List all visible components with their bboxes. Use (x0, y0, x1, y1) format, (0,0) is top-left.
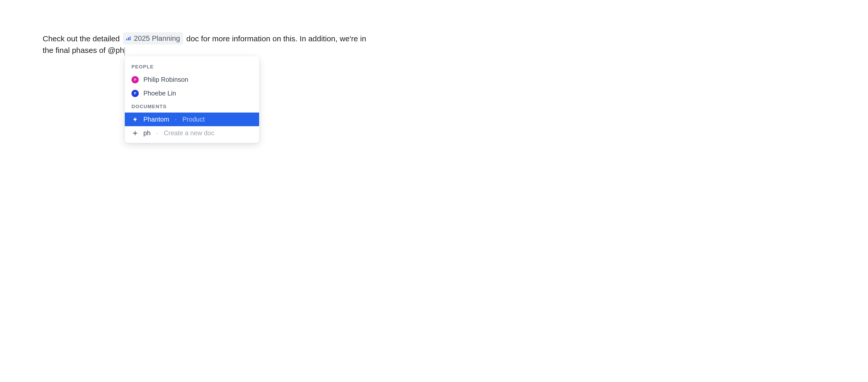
section-header-people: PEOPLE (125, 60, 259, 73)
plus-icon (131, 130, 139, 137)
mention-item-create-doc[interactable]: ph · Create a new doc (125, 126, 259, 140)
mention-item-person[interactable]: P Phoebe Lin (125, 86, 259, 100)
mention-item-sub: Create a new doc (164, 129, 214, 137)
editor-text-area[interactable]: Check out the detailed 2025 Planning doc… (43, 32, 378, 56)
svg-rect-2 (129, 37, 130, 40)
mention-query-text: @ph (108, 46, 124, 55)
avatar: P (131, 76, 139, 83)
bolt-icon (131, 116, 139, 123)
separator-dot: · (156, 129, 158, 137)
svg-rect-0 (126, 39, 127, 40)
avatar: P (131, 90, 139, 97)
svg-rect-1 (128, 37, 129, 40)
chart-bar-icon (126, 36, 131, 41)
editor-text-before: Check out the detailed (43, 34, 122, 43)
mention-item-label: ph (144, 129, 151, 137)
doc-chip-label: 2025 Planning (134, 33, 180, 44)
mention-item-label: Philip Robinson (144, 76, 188, 83)
mention-item-document[interactable]: Phantom · Product (125, 112, 259, 126)
separator-dot: · (175, 116, 177, 123)
mention-item-label: Phoebe Lin (144, 90, 176, 97)
mention-autocomplete-popup: PEOPLE P Philip Robinson P Phoebe Lin DO… (125, 56, 259, 143)
mention-item-label: Phantom (144, 116, 169, 123)
mention-item-sub: Product (182, 116, 205, 123)
mention-item-person[interactable]: P Philip Robinson (125, 73, 259, 86)
doc-chip[interactable]: 2025 Planning (123, 32, 183, 45)
section-header-documents: DOCUMENTS (125, 100, 259, 112)
